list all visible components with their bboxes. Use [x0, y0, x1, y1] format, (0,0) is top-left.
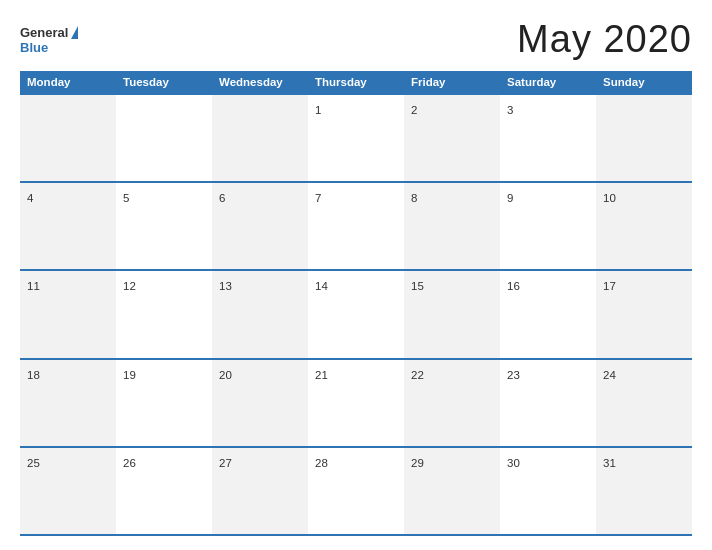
day-cell: 23 [500, 360, 596, 446]
day-cell: 2 [404, 95, 500, 181]
day-number: 22 [411, 369, 424, 381]
day-cell: 25 [20, 448, 116, 534]
day-saturday: Saturday [500, 71, 596, 93]
day-number: 27 [219, 457, 232, 469]
day-number: 4 [27, 192, 33, 204]
day-cell: 11 [20, 271, 116, 357]
day-cell: 17 [596, 271, 692, 357]
day-cell: 22 [404, 360, 500, 446]
day-number: 29 [411, 457, 424, 469]
day-cell: 26 [116, 448, 212, 534]
day-number: 3 [507, 104, 513, 116]
day-number: 20 [219, 369, 232, 381]
day-cell: 13 [212, 271, 308, 357]
week-row: 11121314151617 [20, 269, 692, 357]
day-number: 21 [315, 369, 328, 381]
day-monday: Monday [20, 71, 116, 93]
day-cell: 16 [500, 271, 596, 357]
day-number: 19 [123, 369, 136, 381]
day-friday: Friday [404, 71, 500, 93]
logo-general-text: General [20, 25, 68, 40]
day-cell: 29 [404, 448, 500, 534]
day-number: 13 [219, 280, 232, 292]
day-cell [116, 95, 212, 181]
week-row: 123 [20, 93, 692, 181]
day-number: 12 [123, 280, 136, 292]
day-number: 31 [603, 457, 616, 469]
calendar-page: GeneralBlue May 2020 Monday Tuesday Wedn… [0, 0, 712, 550]
day-number: 1 [315, 104, 321, 116]
week-row: 45678910 [20, 181, 692, 269]
day-cell: 19 [116, 360, 212, 446]
day-number: 14 [315, 280, 328, 292]
day-cell: 7 [308, 183, 404, 269]
day-cell: 1 [308, 95, 404, 181]
day-number: 17 [603, 280, 616, 292]
month-title: May 2020 [517, 18, 692, 61]
day-cell [20, 95, 116, 181]
day-cell: 28 [308, 448, 404, 534]
day-number: 11 [27, 280, 40, 292]
day-wednesday: Wednesday [212, 71, 308, 93]
day-cell: 14 [308, 271, 404, 357]
logo: GeneralBlue [20, 25, 78, 55]
day-number: 7 [315, 192, 321, 204]
day-number: 28 [315, 457, 328, 469]
day-number: 8 [411, 192, 417, 204]
day-number: 9 [507, 192, 513, 204]
day-sunday: Sunday [596, 71, 692, 93]
day-cell: 9 [500, 183, 596, 269]
day-cell: 31 [596, 448, 692, 534]
day-cell: 30 [500, 448, 596, 534]
day-cell [596, 95, 692, 181]
day-cell: 18 [20, 360, 116, 446]
weeks: 1234567891011121314151617181920212223242… [20, 93, 692, 536]
day-number: 16 [507, 280, 520, 292]
day-cell [212, 95, 308, 181]
day-number: 6 [219, 192, 225, 204]
day-number: 2 [411, 104, 417, 116]
day-number: 23 [507, 369, 520, 381]
day-cell: 6 [212, 183, 308, 269]
day-number: 25 [27, 457, 40, 469]
day-cell: 5 [116, 183, 212, 269]
day-number: 5 [123, 192, 129, 204]
day-number: 26 [123, 457, 136, 469]
day-number: 10 [603, 192, 616, 204]
day-cell: 4 [20, 183, 116, 269]
day-tuesday: Tuesday [116, 71, 212, 93]
week-row: 18192021222324 [20, 358, 692, 446]
header: GeneralBlue May 2020 [20, 18, 692, 61]
day-cell: 21 [308, 360, 404, 446]
day-cell: 24 [596, 360, 692, 446]
day-cell: 15 [404, 271, 500, 357]
logo-blue-text: Blue [20, 40, 48, 55]
day-number: 30 [507, 457, 520, 469]
days-header: Monday Tuesday Wednesday Thursday Friday… [20, 71, 692, 93]
day-cell: 27 [212, 448, 308, 534]
calendar: Monday Tuesday Wednesday Thursday Friday… [20, 71, 692, 536]
day-cell: 10 [596, 183, 692, 269]
logo-triangle-icon [71, 26, 78, 39]
day-number: 24 [603, 369, 616, 381]
day-cell: 20 [212, 360, 308, 446]
day-thursday: Thursday [308, 71, 404, 93]
day-number: 15 [411, 280, 424, 292]
week-row: 25262728293031 [20, 446, 692, 536]
day-cell: 3 [500, 95, 596, 181]
day-number: 18 [27, 369, 40, 381]
day-cell: 8 [404, 183, 500, 269]
day-cell: 12 [116, 271, 212, 357]
